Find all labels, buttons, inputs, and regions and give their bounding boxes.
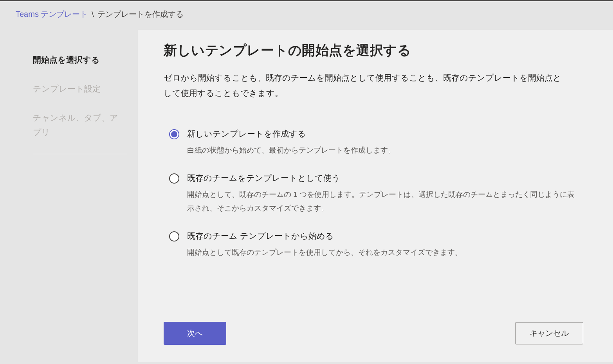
option-text: 既存のチームをテンプレートとして使う 開始点として、既存のチームの 1 つを使用… (187, 173, 576, 215)
next-button[interactable]: 次へ (164, 322, 226, 345)
body-container: 開始点を選択する テンプレート設定 チャンネル、タブ、アプリ 新しいテンプレート… (0, 30, 613, 362)
cancel-button[interactable]: キャンセル (515, 322, 583, 344)
radio-icon[interactable] (169, 231, 179, 241)
option-title: 既存のチーム テンプレートから始める (187, 231, 576, 241)
option-description: 開始点として、既存のチームの 1 つを使用します。テンプレートは、選択した既存の… (187, 187, 576, 215)
main-panel: 新しいテンプレートの開始点を選択する ゼロから開始することも、既存のチームを開始… (138, 30, 613, 362)
sidebar-divider (33, 154, 127, 154)
page-title: 新しいテンプレートの開始点を選択する (164, 41, 587, 59)
footer-actions: 次へ キャンセル (164, 305, 587, 362)
option-title: 既存のチームをテンプレートとして使う (187, 173, 576, 184)
page-subtitle: ゼロから開始することも、既存のチームを開始点として使用することも、既存のテンプレ… (164, 70, 567, 101)
option-create-new-template[interactable]: 新しいテンプレートを作成する 白紙の状態から始めて、最初からテンプレートを作成し… (169, 128, 576, 157)
breadcrumb-separator: \ (92, 10, 94, 18)
option-use-existing-team[interactable]: 既存のチームをテンプレートとして使う 開始点として、既存のチームの 1 つを使用… (169, 173, 576, 215)
sidebar: 開始点を選択する テンプレート設定 チャンネル、タブ、アプリ (0, 30, 138, 362)
breadcrumb-root-link[interactable]: Teams テンプレート (16, 10, 88, 18)
option-description: 白紙の状態から始めて、最初からテンプレートを作成します。 (187, 143, 576, 157)
option-text: 新しいテンプレートを作成する 白紙の状態から始めて、最初からテンプレートを作成し… (187, 128, 576, 157)
options-group: 新しいテンプレートを作成する 白紙の状態から始めて、最初からテンプレートを作成し… (164, 128, 587, 275)
option-text: 既存のチーム テンプレートから始める 開始点として既存のテンプレートを使用してか… (187, 231, 576, 259)
sidebar-step-channels-tabs-apps: チャンネル、タブ、アプリ (33, 110, 121, 140)
option-start-from-existing-template[interactable]: 既存のチーム テンプレートから始める 開始点として既存のテンプレートを使用してか… (169, 231, 576, 259)
breadcrumb-current: テンプレートを作成する (97, 10, 184, 18)
option-description: 開始点として既存のテンプレートを使用してから、それをカスタマイズできます。 (187, 245, 576, 259)
sidebar-step-template-settings: テンプレート設定 (33, 81, 121, 96)
radio-icon[interactable] (169, 129, 179, 139)
radio-icon[interactable] (169, 173, 179, 184)
sidebar-step-starting-point[interactable]: 開始点を選択する (33, 52, 121, 67)
option-title: 新しいテンプレートを作成する (187, 128, 576, 139)
breadcrumb: Teams テンプレート \ テンプレートを作成する (0, 1, 613, 30)
